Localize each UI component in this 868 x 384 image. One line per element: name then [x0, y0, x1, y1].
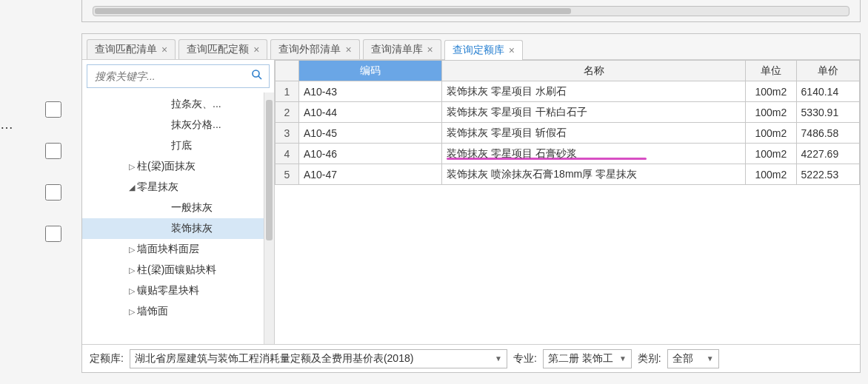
- table-row[interactable]: 1A10-43装饰抹灰 零星项目 水刷石100m26140.14: [276, 81, 860, 102]
- tree-item[interactable]: 装饰抹灰: [82, 218, 274, 239]
- col-code[interactable]: 编码: [298, 61, 442, 81]
- expand-icon[interactable]: ▷: [127, 286, 137, 296]
- tree-scrollbar[interactable]: [264, 92, 274, 344]
- chevron-down-icon: ▼: [495, 354, 502, 363]
- table-row[interactable]: 3A10-45装饰抹灰 零星项目 斩假石100m27486.58: [276, 123, 860, 144]
- chevron-down-icon: ▼: [707, 354, 714, 363]
- row-index: 1: [276, 81, 299, 102]
- cell-price[interactable]: 6140.14: [796, 81, 859, 102]
- row-index: 5: [276, 164, 299, 185]
- close-icon[interactable]: ×: [427, 44, 433, 55]
- bottom-toolbar: 定额库: 湖北省房屋建筑与装饰工程消耗量定额及全费用基价表(2018) ▼ 专业…: [82, 344, 860, 372]
- row-checkbox-1[interactable]: [45, 101, 61, 118]
- tab-label: 查询外部清单: [278, 43, 341, 56]
- expand-icon[interactable]: ▷: [127, 245, 137, 255]
- cell-code[interactable]: A10-45: [298, 123, 442, 144]
- tree-item[interactable]: 一般抹灰: [82, 198, 274, 218]
- tab-label: 查询匹配定额: [187, 43, 249, 56]
- table-row[interactable]: 2A10-44装饰抹灰 零星项目 干粘白石子100m25330.91: [276, 102, 860, 123]
- tab-1[interactable]: 查询匹配定额×: [178, 39, 267, 59]
- collapse-icon[interactable]: ◢: [127, 183, 137, 192]
- cat-label: 类别:: [638, 352, 661, 366]
- tree-item-label: 镶贴零星块料: [137, 284, 199, 296]
- major-select[interactable]: 第二册 装饰工 ▼: [543, 349, 632, 368]
- cell-code[interactable]: A10-44: [298, 102, 442, 123]
- tree-item[interactable]: ▷柱(梁)面镶贴块料: [82, 260, 274, 280]
- close-icon[interactable]: ×: [345, 44, 351, 55]
- major-label: 专业:: [513, 352, 537, 366]
- cell-unit[interactable]: 100m2: [746, 81, 796, 102]
- tree-item-label: 柱(梁)面镶贴块料: [137, 263, 216, 275]
- quota-table: 编码 名称 单位 单价 1A10-43装饰抹灰 零星项目 水刷石100m2614…: [275, 60, 860, 185]
- tree-item[interactable]: ▷墙饰面: [82, 301, 274, 322]
- col-price[interactable]: 单价: [796, 61, 859, 81]
- tree-item[interactable]: ▷镶贴零星块料: [82, 280, 274, 301]
- tree-item-label: 柱(梁)面抹灰: [137, 160, 196, 172]
- tree-item[interactable]: ▷柱(梁)面抹灰: [82, 156, 274, 177]
- cell-name[interactable]: 装饰抹灰 零星项目 水刷石: [442, 81, 746, 102]
- search-icon[interactable]: [251, 69, 263, 84]
- tree-item[interactable]: ◢零星抹灰: [82, 177, 274, 198]
- tree-item-label: 打底: [171, 139, 192, 151]
- table-row[interactable]: 4A10-46装饰抹灰 零星项目 石膏砂浆100m24227.69: [276, 144, 860, 164]
- cell-code[interactable]: A10-43: [298, 81, 442, 102]
- tab-label: 查询定额库: [453, 44, 504, 57]
- tree-item-label: 抹灰分格...: [171, 118, 221, 130]
- expand-icon[interactable]: ▷: [127, 266, 137, 275]
- row-checkbox-3[interactable]: [45, 184, 61, 201]
- lib-select[interactable]: 湖北省房屋建筑与装饰工程消耗量定额及全费用基价表(2018) ▼: [130, 349, 507, 368]
- tab-0[interactable]: 查询匹配清单×: [87, 39, 176, 59]
- cell-name[interactable]: 装饰抹灰 零星项目 斩假石: [442, 123, 746, 144]
- search-input[interactable]: [93, 70, 251, 83]
- col-index: [276, 61, 299, 81]
- cat-value: 全部: [672, 352, 702, 366]
- tree-item-label: 零星抹灰: [137, 181, 178, 192]
- tree-item[interactable]: ▷墙面块料面层: [82, 239, 274, 260]
- expand-icon[interactable]: ▷: [127, 162, 137, 172]
- major-value: 第二册 装饰工: [548, 352, 615, 366]
- cell-unit[interactable]: 100m2: [746, 123, 796, 144]
- cell-name[interactable]: 装饰抹灰 喷涂抹灰石膏18mm厚 零星抹灰: [442, 164, 746, 185]
- cell-code[interactable]: A10-47: [298, 164, 442, 185]
- top-scrollbar[interactable]: [93, 6, 849, 16]
- tab-4[interactable]: 查询定额库×: [444, 40, 523, 60]
- row-index: 3: [276, 123, 299, 144]
- tab-3[interactable]: 查询清单库×: [363, 39, 441, 59]
- tab-label: 查询匹配清单: [95, 43, 157, 56]
- close-icon[interactable]: ×: [253, 44, 259, 55]
- cat-select[interactable]: 全部 ▼: [667, 349, 719, 368]
- close-icon[interactable]: ×: [161, 44, 167, 55]
- tree-item-label: 墙面块料面层: [137, 243, 199, 255]
- cell-unit[interactable]: 100m2: [746, 164, 796, 185]
- search-box[interactable]: [87, 64, 270, 88]
- row-checkbox-4[interactable]: [45, 226, 61, 242]
- tree-item[interactable]: 抹灰分格...: [82, 115, 274, 135]
- chevron-down-icon: ▼: [619, 354, 627, 363]
- cell-price[interactable]: 4227.69: [796, 144, 859, 164]
- tab-bar: 查询匹配清单×查询匹配定额×查询外部清单×查询清单库×查询定额库×: [82, 34, 860, 60]
- category-tree: 拉条灰、...抹灰分格...打底▷柱(梁)面抹灰◢零星抹灰一般抹灰装饰抹灰▷墙面…: [82, 92, 274, 344]
- cell-price[interactable]: 5222.53: [796, 164, 859, 185]
- table-row[interactable]: 5A10-47装饰抹灰 喷涂抹灰石膏18mm厚 零星抹灰100m25222.53: [276, 164, 860, 185]
- cell-name[interactable]: 装饰抹灰 零星项目 干粘白石子: [442, 102, 746, 123]
- expand-icon[interactable]: ▷: [127, 307, 137, 317]
- cell-unit[interactable]: 100m2: [746, 102, 796, 123]
- tree-item-label: 装饰抹灰: [171, 222, 213, 234]
- tree-item[interactable]: 拉条灰、...: [82, 94, 274, 115]
- tab-label: 查询清单库: [371, 43, 423, 56]
- tree-item-label: 墙饰面: [137, 305, 168, 317]
- lib-value: 湖北省房屋建筑与装饰工程消耗量定额及全费用基价表(2018): [135, 352, 490, 366]
- cell-name[interactable]: 装饰抹灰 零星项目 石膏砂浆: [442, 144, 746, 164]
- tab-2[interactable]: 查询外部清单×: [270, 39, 359, 59]
- cell-price[interactable]: 7486.58: [796, 123, 859, 144]
- svg-point-0: [253, 70, 259, 77]
- row-checkbox-2[interactable]: [45, 143, 61, 159]
- cell-price[interactable]: 5330.91: [796, 102, 859, 123]
- row-index: 4: [276, 144, 299, 164]
- close-icon[interactable]: ×: [509, 44, 515, 56]
- cell-unit[interactable]: 100m2: [746, 144, 796, 164]
- col-unit[interactable]: 单位: [746, 61, 796, 81]
- tree-item[interactable]: 打底: [82, 135, 274, 156]
- col-name[interactable]: 名称: [442, 61, 746, 81]
- cell-code[interactable]: A10-46: [298, 144, 442, 164]
